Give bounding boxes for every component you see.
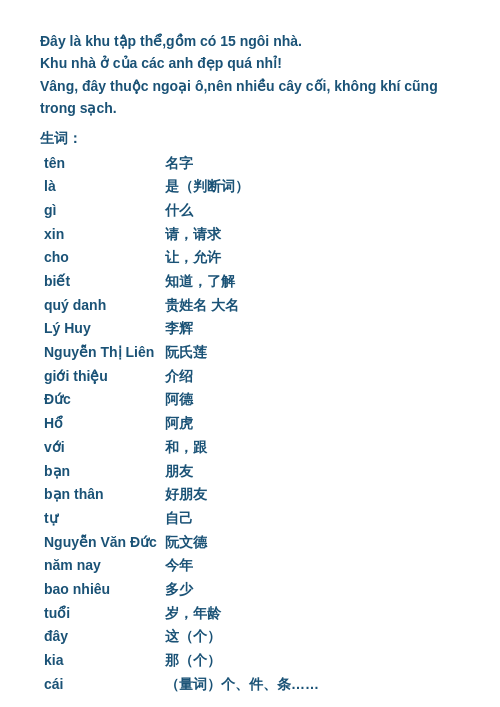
vocab-cn: 今年 [161,554,460,578]
vocab-cn: 阮文德 [161,531,460,555]
vocab-cn: 贵姓名 大名 [161,294,460,318]
vocab-row: cái（量词）个、件、条…… [40,673,460,697]
vocab-row: tuổi岁，年龄 [40,602,460,626]
vocab-row: Nguyễn Thị Liên阮氏莲 [40,341,460,365]
vocab-row: Lý Huy李辉 [40,317,460,341]
vocab-cn: 介绍 [161,365,460,389]
vocab-viet: Đức [40,388,161,412]
vocab-viet: gì [40,199,161,223]
vocab-row: xin请，请求 [40,223,460,247]
vocab-row: cho让，允许 [40,246,460,270]
vocab-cn: 好朋友 [161,483,460,507]
vocab-cn: 是（判断词） [161,175,460,199]
vocab-viet: bao nhiêu [40,578,161,602]
vocab-row: năm nay今年 [40,554,460,578]
vocab-viet: Nguyễn Văn Đức [40,531,161,555]
vocab-cn: 什么 [161,199,460,223]
vocab-viet: tự [40,507,161,531]
vocab-cn: （量词）个、件、条…… [161,673,460,697]
vocab-cn: 请，请求 [161,223,460,247]
vocab-viet: là [40,175,161,199]
intro-line1: Đây là khu tập thể,gồm có 15 ngôi nhà. [40,30,460,52]
vocab-viet: tuổi [40,602,161,626]
vocab-row: biết知道，了解 [40,270,460,294]
vocab-viet: Lý Huy [40,317,161,341]
vocab-cn: 朋友 [161,460,460,484]
intro-line3: Vâng, đây thuộc ngoại ô,nên nhiều cây cố… [40,75,460,120]
vocab-row: tên名字 [40,152,460,176]
vocab-cn: 这（个） [161,625,460,649]
vocab-cn: 知道，了解 [161,270,460,294]
vocab-row: Hổ阿虎 [40,412,460,436]
vocab-row: kia那（个） [40,649,460,673]
vocab-viet: xin [40,223,161,247]
vocab-viet: Nguyễn Thị Liên [40,341,161,365]
vocab-viet: năm nay [40,554,161,578]
vocab-title: 生词： [40,130,460,148]
vocab-cn: 阮氏莲 [161,341,460,365]
vocab-cn: 多少 [161,578,460,602]
vocab-cn: 那（个） [161,649,460,673]
intro-block: Đây là khu tập thể,gồm có 15 ngôi nhà. K… [40,30,460,120]
vocab-row: với和，跟 [40,436,460,460]
vocab-row: quý danh贵姓名 大名 [40,294,460,318]
vocab-cn: 自己 [161,507,460,531]
vocab-cn: 和，跟 [161,436,460,460]
vocab-row: đây这（个） [40,625,460,649]
vocab-cn: 岁，年龄 [161,602,460,626]
vocab-table: tên名字là是（判断词）gì什么xin请，请求cho让，允许biết知道，了解… [40,152,460,697]
vocab-viet: biết [40,270,161,294]
vocab-row: gì什么 [40,199,460,223]
page: Đây là khu tập thể,gồm có 15 ngôi nhà. K… [0,0,500,707]
vocab-cn: 让，允许 [161,246,460,270]
vocab-viet: đây [40,625,161,649]
vocab-viet: quý danh [40,294,161,318]
vocab-viet: giới thiệu [40,365,161,389]
vocab-row: bao nhiêu多少 [40,578,460,602]
vocab-viet: bạn thân [40,483,161,507]
vocab-row: giới thiệu介绍 [40,365,460,389]
vocab-viet: Hổ [40,412,161,436]
vocab-row: Nguyễn Văn Đức阮文德 [40,531,460,555]
vocab-viet: kia [40,649,161,673]
vocab-row: tự自己 [40,507,460,531]
vocab-row: bạn thân好朋友 [40,483,460,507]
vocab-cn: 阿虎 [161,412,460,436]
vocab-viet: bạn [40,460,161,484]
vocab-viet: với [40,436,161,460]
vocab-row: Đức阿德 [40,388,460,412]
vocab-viet: cho [40,246,161,270]
vocab-row: bạn朋友 [40,460,460,484]
vocab-cn: 名字 [161,152,460,176]
vocab-viet: tên [40,152,161,176]
vocab-row: là是（判断词） [40,175,460,199]
intro-line2: Khu nhà ở của các anh đẹp quá nhỉ! [40,52,460,74]
vocab-cn: 阿德 [161,388,460,412]
vocab-viet: cái [40,673,161,697]
vocab-cn: 李辉 [161,317,460,341]
